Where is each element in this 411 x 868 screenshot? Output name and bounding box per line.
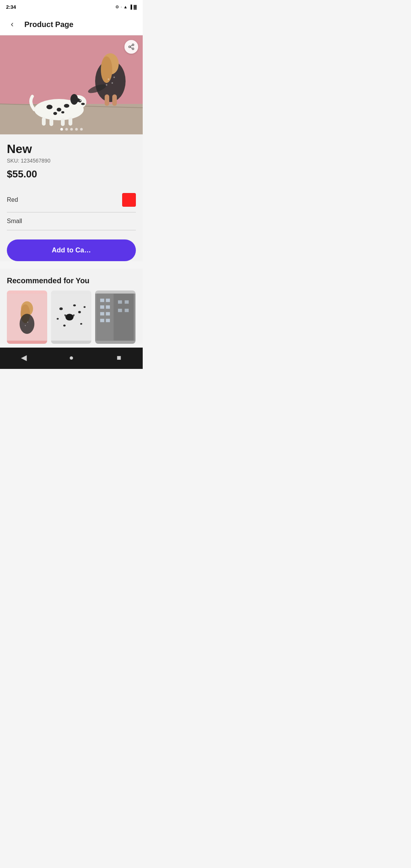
svg-rect-56 <box>100 312 104 316</box>
svg-rect-60 <box>118 300 122 304</box>
nav-home-button[interactable]: ● <box>64 352 79 363</box>
product-image-container <box>0 35 143 134</box>
svg-point-5 <box>101 56 112 83</box>
svg-rect-57 <box>106 312 110 316</box>
battery-icon: ▓ <box>134 5 137 9</box>
nav-home-icon: ● <box>69 353 73 362</box>
svg-point-48 <box>83 306 85 308</box>
color-swatch <box>122 193 136 207</box>
product-details: New SKU: 1234567890 $55.00 Red Small Add… <box>0 134 143 261</box>
recommended-section: Recommended for You <box>0 269 143 344</box>
size-selector[interactable]: Small <box>7 212 136 230</box>
back-button[interactable]: ‹ <box>6 18 18 30</box>
dot-5[interactable] <box>80 128 83 131</box>
color-selector[interactable]: Red <box>7 188 136 212</box>
rec-item-2[interactable] <box>51 290 91 344</box>
svg-point-47 <box>57 318 59 319</box>
svg-rect-59 <box>106 319 110 322</box>
svg-point-38 <box>27 322 28 323</box>
dot-icon: · <box>121 5 122 9</box>
svg-rect-63 <box>124 309 129 312</box>
svg-rect-55 <box>106 305 110 309</box>
svg-point-46 <box>80 323 82 324</box>
dot-1[interactable] <box>60 128 63 131</box>
recommended-title: Recommended for You <box>7 276 136 285</box>
svg-point-30 <box>129 46 131 48</box>
nav-back-button[interactable]: ◀ <box>16 352 32 363</box>
rec-item-3[interactable] <box>95 290 135 344</box>
nav-bar: ◀ ● ■ <box>0 348 143 369</box>
svg-point-37 <box>20 314 35 334</box>
svg-point-43 <box>78 311 81 313</box>
svg-point-18 <box>61 111 64 113</box>
svg-point-15 <box>57 108 61 112</box>
svg-rect-11 <box>112 94 117 106</box>
svg-point-31 <box>132 48 134 50</box>
svg-point-41 <box>65 314 73 321</box>
svg-rect-62 <box>118 309 122 312</box>
add-to-cart-button[interactable]: Add to Ca… <box>7 239 136 261</box>
svg-rect-61 <box>124 300 129 304</box>
status-icons: ⚙ · ▲ ▐ ▓ <box>115 5 137 10</box>
svg-line-32 <box>130 47 132 48</box>
svg-point-9 <box>113 77 115 78</box>
svg-rect-54 <box>100 305 104 309</box>
product-name: New <box>7 142 136 156</box>
svg-point-14 <box>46 105 53 109</box>
svg-rect-25 <box>42 117 46 126</box>
svg-rect-10 <box>105 94 109 106</box>
dot-3[interactable] <box>70 128 73 131</box>
svg-rect-28 <box>68 117 72 126</box>
dot-4[interactable] <box>75 128 78 131</box>
share-button[interactable] <box>124 40 138 54</box>
wifi-icon: ▲ <box>123 5 127 9</box>
product-price: $55.00 <box>7 168 136 180</box>
svg-point-45 <box>63 324 65 326</box>
status-bar: 2:34 ⚙ · ▲ ▐ ▓ <box>0 0 143 14</box>
share-icon <box>128 43 135 50</box>
page-title: Product Page <box>24 20 73 29</box>
svg-point-6 <box>108 78 109 80</box>
svg-rect-51 <box>97 294 113 341</box>
svg-rect-26 <box>49 118 53 126</box>
svg-point-24 <box>75 98 80 102</box>
svg-point-44 <box>73 304 76 306</box>
svg-point-7 <box>112 82 113 84</box>
nav-recents-button[interactable]: ■ <box>112 352 127 363</box>
nav-back-icon: ◀ <box>21 353 27 362</box>
svg-point-17 <box>53 112 57 115</box>
svg-point-39 <box>25 325 26 326</box>
product-sku: SKU: 1234567890 <box>7 158 136 164</box>
nav-recents-icon: ■ <box>116 353 121 362</box>
color-label: Red <box>7 196 18 203</box>
svg-rect-58 <box>100 319 104 322</box>
svg-point-42 <box>59 307 63 310</box>
signal-icon: ▐ <box>129 5 132 9</box>
svg-point-8 <box>106 84 107 86</box>
dot-2[interactable] <box>65 128 68 131</box>
svg-rect-53 <box>106 298 110 302</box>
image-dots <box>60 128 83 131</box>
rec-item-1[interactable] <box>7 290 47 344</box>
svg-point-16 <box>64 104 69 108</box>
back-arrow-icon: ‹ <box>11 19 13 29</box>
svg-point-29 <box>132 44 134 46</box>
svg-rect-52 <box>100 298 104 302</box>
settings-icon: ⚙ <box>115 5 119 10</box>
app-bar: ‹ Product Page <box>0 14 143 35</box>
svg-rect-27 <box>61 118 65 126</box>
svg-point-23 <box>81 103 85 105</box>
status-time: 2:34 <box>6 4 16 10</box>
size-label: Small <box>7 218 22 225</box>
recommended-grid <box>7 290 136 344</box>
add-to-cart-section: Add to Ca… <box>7 230 136 261</box>
svg-line-33 <box>130 45 132 46</box>
